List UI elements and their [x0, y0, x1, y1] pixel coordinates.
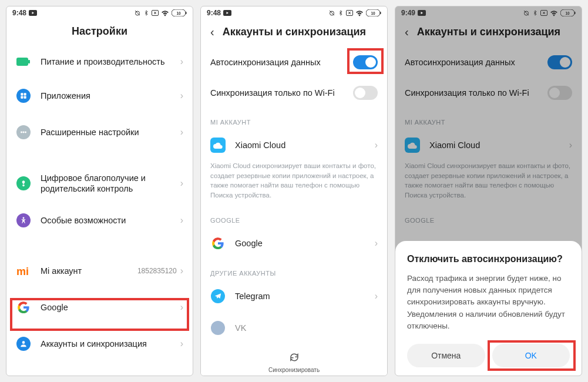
- row-xiaomi-cloud: Xiaomi Cloud ›: [395, 129, 582, 161]
- svg-point-19: [23, 217, 25, 219]
- row-label: Питание и производительность: [41, 56, 180, 67]
- close-box-icon: [152, 10, 159, 16]
- row-telegram[interactable]: Telegram ›: [201, 280, 387, 312]
- wifi-icon: [161, 10, 169, 16]
- ok-button[interactable]: OK: [492, 344, 570, 367]
- vk-icon: [210, 320, 226, 336]
- page-header: ‹ Аккаунты и синхронизация: [201, 19, 387, 47]
- section-mi: MI АККАУНТ: [395, 108, 582, 129]
- wifi-icon: [550, 10, 558, 16]
- cloud-icon: [210, 138, 226, 153]
- svg-text:mi: mi: [16, 266, 29, 277]
- mi-icon: mi: [16, 263, 31, 279]
- section-google: GOOGLE: [201, 206, 387, 227]
- cloud-description: Xiaomi Cloud синхронизирует ваши контакт…: [201, 161, 387, 206]
- row-label: Расширенные настройки: [41, 127, 180, 138]
- row-label: VK: [235, 323, 378, 333]
- close-box-icon: [540, 10, 547, 16]
- row-label: Синхронизация только по Wi-Fi: [405, 88, 547, 98]
- cloud-description: Xiaomi Cloud синхронизирует ваши контакт…: [395, 161, 582, 206]
- page-title: Настройки: [72, 25, 127, 38]
- back-button[interactable]: ‹: [405, 25, 409, 39]
- confirm-dialog: Отключить автосинхронизацию? Расход траф…: [395, 241, 582, 376]
- section-mi: MI АККАУНТ: [201, 108, 387, 129]
- cancel-button[interactable]: Отмена: [407, 344, 485, 367]
- row-label: Автосинхронизация данных: [405, 57, 547, 68]
- svg-rect-10: [28, 60, 30, 63]
- row-label: Xiaomi Cloud: [429, 140, 569, 150]
- battery-icon: 10: [366, 9, 381, 16]
- google-icon: [16, 300, 31, 315]
- account-id: 1852835120: [137, 267, 177, 275]
- row-label: Google: [41, 302, 180, 313]
- svg-rect-7: [186, 12, 187, 14]
- chevron-right-icon: ›: [375, 140, 378, 150]
- row-power[interactable]: Питание и производительность ›: [6, 46, 193, 78]
- status-bar: 9:48 10: [6, 6, 193, 19]
- chevron-right-icon: ›: [375, 238, 378, 249]
- row-apps[interactable]: Приложения ›: [6, 78, 193, 114]
- refresh-icon: [201, 352, 387, 366]
- row-wifi-sync: Синхронизация только по Wi-Fi: [395, 78, 582, 108]
- svg-rect-12: [24, 93, 26, 95]
- svg-point-18: [22, 185, 25, 187]
- google-icon: [210, 236, 226, 251]
- close-box-icon: [346, 10, 353, 16]
- page-header: Настройки: [6, 19, 193, 46]
- autosync-toggle[interactable]: [353, 55, 378, 69]
- row-wellbeing[interactable]: Цифровое благополучие и родительский кон…: [6, 165, 193, 202]
- status-bar: 9:48 10: [201, 6, 387, 19]
- row-google[interactable]: Google ›: [6, 289, 193, 326]
- row-accounts-sync[interactable]: Аккаунты и синхронизация ›: [6, 326, 193, 362]
- autosync-toggle: [547, 55, 572, 69]
- sync-label: Синхронизировать: [201, 367, 387, 373]
- chevron-right-icon: ›: [180, 178, 183, 189]
- phone-screen-settings: 9:48 10 Настройки Питание и производител…: [6, 6, 193, 376]
- person-icon: [16, 336, 31, 351]
- accounts-content: Автосинхронизация данных Синхронизация т…: [201, 47, 387, 376]
- settings-list: Питание и производительность › Приложени…: [6, 46, 193, 376]
- row-mi-account[interactable]: mi Mi аккаунт 1852835120 ›: [6, 253, 193, 289]
- row-label: Синхронизация только по Wi-Fi: [210, 88, 353, 98]
- row-accessibility[interactable]: Особые возможности ›: [6, 202, 193, 239]
- row-label: Цифровое благополучие и родительский кон…: [41, 173, 180, 194]
- wifi-sync-toggle: [547, 86, 572, 100]
- row-label: Автосинхронизация данных: [210, 57, 353, 68]
- row-advanced[interactable]: Расширенные настройки ›: [6, 114, 193, 150]
- status-bar: 9:49 10: [395, 6, 582, 19]
- phone-screen-accounts: 9:48 10 ‹ Аккаунты и синхронизация Автос…: [200, 6, 388, 376]
- row-vk[interactable]: VK: [201, 312, 387, 344]
- row-wifi-sync[interactable]: Синхронизация только по Wi-Fi: [201, 78, 387, 108]
- chevron-right-icon: ›: [180, 127, 183, 138]
- battery-icon: 10: [172, 9, 187, 16]
- sync-now-button[interactable]: Синхронизировать: [201, 347, 387, 376]
- apps-icon: [16, 88, 31, 103]
- svg-rect-14: [24, 96, 26, 99]
- accessibility-icon: [16, 213, 31, 228]
- alarm-off-icon: [134, 9, 141, 16]
- svg-point-21: [22, 341, 25, 344]
- chevron-right-icon: ›: [569, 140, 572, 150]
- svg-text:10: 10: [371, 11, 375, 15]
- status-time: 9:48: [207, 9, 221, 17]
- row-xiaomi-cloud[interactable]: Xiaomi Cloud ›: [201, 129, 387, 161]
- chevron-right-icon: ›: [180, 302, 183, 313]
- bluetooth-icon: [143, 9, 149, 16]
- chevron-right-icon: ›: [180, 215, 183, 226]
- chevron-right-icon: ›: [180, 339, 183, 349]
- page-title: Аккаунты и синхронизация: [417, 26, 560, 38]
- youtube-icon: [418, 10, 426, 16]
- back-button[interactable]: ‹: [210, 25, 214, 39]
- wifi-sync-toggle[interactable]: [353, 86, 378, 100]
- section-google: GOOGLE: [395, 206, 582, 227]
- svg-rect-38: [574, 12, 576, 14]
- row-autosync[interactable]: Автосинхронизация данных: [201, 47, 387, 78]
- svg-text:10: 10: [176, 11, 181, 15]
- youtube-icon: [223, 10, 231, 16]
- bluetooth-icon: [532, 9, 538, 16]
- svg-point-16: [23, 132, 25, 133]
- row-google-account[interactable]: Google ›: [201, 227, 387, 259]
- battery-icon: 10: [560, 9, 576, 16]
- row-label: Telegram: [235, 291, 375, 301]
- svg-rect-13: [21, 96, 23, 99]
